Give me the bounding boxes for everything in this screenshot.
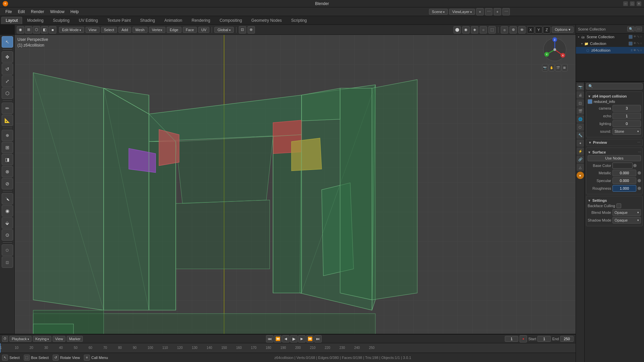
properties-search[interactable]: 🔍 [586, 83, 643, 89]
menu-render[interactable]: Render [28, 9, 47, 15]
add-layer-btn[interactable]: + [494, 8, 501, 15]
grid-view-btn[interactable]: ⊞ [562, 64, 568, 71]
menu-file[interactable]: File [3, 9, 14, 15]
viewport-shading-overlay[interactable]: ○ [480, 26, 487, 34]
overlay-btn[interactable]: ⌾ [501, 26, 508, 34]
hide-icon[interactable]: ○ [640, 35, 642, 39]
tool-rip[interactable]: ◫ [2, 256, 13, 268]
tool-knife[interactable]: 🔪 [2, 193, 13, 204]
axis-y-btn[interactable]: Y [535, 26, 542, 34]
add-menu[interactable]: Add [118, 27, 131, 33]
mesh-menu[interactable]: Mesh [132, 27, 148, 33]
add-scene-btn[interactable]: + [476, 8, 484, 15]
tool-spin[interactable]: ⬙ [2, 217, 13, 229]
view-menu[interactable]: View [86, 27, 100, 33]
prop-physics-icon[interactable]: ⚡ [577, 147, 584, 155]
lighting-value[interactable]: 0 [612, 120, 641, 127]
edge-menu[interactable]: Edge [167, 27, 181, 33]
reduced-info-checkbox[interactable] [588, 99, 592, 104]
view-menu-tl[interactable]: View [53, 336, 65, 342]
camera-view-btn[interactable]: 📷 [542, 64, 548, 71]
viewport-xray[interactable]: ⬚ [488, 26, 496, 34]
viewport-shading-rendered[interactable]: ◈ [471, 26, 478, 34]
prop-output-icon[interactable]: 🖨 [577, 91, 584, 99]
select-icon-btn[interactable]: ↖ [2, 355, 8, 361]
tab-scripting[interactable]: Scripting [287, 17, 311, 24]
keying-menu[interactable]: Keying [33, 336, 51, 342]
base-color-swatch[interactable] [612, 163, 633, 169]
minimize-btn[interactable]: ─ [623, 1, 628, 6]
tool-rotate[interactable]: ↺ [2, 63, 13, 75]
backface-culling-checkbox[interactable] [616, 203, 621, 208]
tab-sculpting[interactable]: Sculpting [49, 17, 74, 24]
exclude-icon[interactable]: 👁 [633, 35, 636, 39]
tab-rendering[interactable]: Rendering [187, 17, 214, 24]
preview-section-header[interactable]: ▼ Preview ⋯ [586, 139, 642, 146]
hand-view-btn[interactable]: ✋ [549, 64, 555, 71]
prop-particles-icon[interactable]: ✦ [577, 139, 584, 147]
camera-value[interactable]: 3 [612, 105, 641, 112]
viewport-canvas[interactable] [15, 35, 576, 343]
tab-texture-paint[interactable]: Texture Paint [103, 17, 135, 24]
uv-menu[interactable]: UV [198, 27, 209, 33]
tool-inset[interactable]: ⊞ [2, 142, 13, 153]
proportional-edit-btn[interactable]: ⊕ [248, 26, 255, 34]
header-icons-1[interactable]: ⊞ [25, 26, 32, 34]
next-frame-btn[interactable]: ▶ [298, 335, 306, 343]
outliner-scene-collection[interactable]: ▾ 🗂 Scene Collection 👁 ⤡ ○ [576, 34, 644, 40]
editor-type-btn[interactable]: ◉ [17, 26, 24, 34]
specular-dot[interactable] [638, 179, 641, 182]
call-menu-icon[interactable]: ≡ [84, 355, 90, 361]
outliner-collection[interactable]: ▾ 📁 Collection 👁 ⤡ ○ [576, 40, 644, 47]
prop-render-icon[interactable]: 📷 [577, 83, 584, 90]
menu-help[interactable]: Help [68, 9, 82, 15]
tool-shear[interactable]: ⬠ [2, 244, 13, 256]
next-keyframe-btn[interactable]: ⏩ [306, 335, 314, 343]
object-hide[interactable]: ○ [640, 49, 642, 52]
outliner-z64collision[interactable]: ⬡ z64collision ⧖ 👁 ⤡ ○ [576, 47, 644, 54]
playback-menu[interactable]: Playback [9, 336, 32, 342]
tab-modeling[interactable]: Modeling [23, 17, 48, 24]
render-layer-selector[interactable]: ViewLayer [449, 9, 475, 15]
snap-btn[interactable]: ⊡ [239, 26, 246, 34]
settings-section-header[interactable]: ▼ Settings [588, 197, 641, 203]
surface-section-header[interactable]: ▼ Surface ⋯ [588, 149, 641, 155]
menu-edit[interactable]: Edit [15, 9, 28, 15]
rotate-view-indicator[interactable]: ↺ Rotate View [53, 355, 80, 361]
close-btn[interactable]: ✕ [637, 1, 641, 6]
box-select-indicator[interactable]: ⬚ Box Select [24, 355, 49, 361]
axis-z-btn[interactable]: Z [543, 26, 550, 34]
viewport-shading-material[interactable]: ◉ [462, 26, 470, 34]
base-color-field[interactable] [612, 163, 641, 169]
tool-annotate[interactable]: ✏ [2, 103, 13, 114]
axis-x-btn[interactable]: X [527, 26, 534, 34]
end-frame-input[interactable]: 250 [560, 336, 574, 342]
render-engine-selector[interactable]: Scene [429, 9, 448, 15]
tab-compositing[interactable]: Compositing [215, 17, 247, 24]
render-view-btn[interactable]: 🎬 [555, 64, 561, 71]
menu-window[interactable]: Window [47, 9, 67, 15]
prop-modifier-icon[interactable]: 🔧 [577, 131, 584, 139]
prop-scene-icon[interactable]: 🎬 [577, 107, 584, 115]
prop-object-icon[interactable]: ⬡ [577, 123, 584, 131]
rotate-view-icon[interactable]: ↺ [53, 355, 59, 361]
orientation-selector[interactable]: Global [214, 27, 233, 33]
play-btn[interactable]: ▶ [290, 335, 298, 343]
specular-value[interactable]: 0.000 [612, 177, 636, 184]
header-icons-3[interactable]: ◧ [41, 26, 48, 34]
tool-measure[interactable]: 📐 [2, 115, 13, 126]
box-select-icon[interactable]: ⬚ [24, 355, 30, 361]
maximize-btn[interactable]: □ [630, 1, 635, 6]
select-tool-indicator[interactable]: ↖ Select [2, 355, 20, 361]
options-btn[interactable]: Options ▾ [552, 26, 574, 33]
navigation-gizmo[interactable]: Z X Y 📷 ✋ 🎬 ⊞ [542, 37, 568, 62]
prop-material-icon[interactable]: ● [577, 172, 584, 179]
tab-shading[interactable]: Shading [136, 17, 159, 24]
collection-hide[interactable]: ○ [640, 42, 642, 46]
viewport-shading-solid[interactable]: ⬤ [453, 26, 461, 34]
object-eye[interactable]: 👁 [633, 49, 636, 52]
metallic-dot[interactable] [638, 171, 641, 175]
tool-poly-build[interactable]: ◉ [2, 205, 13, 217]
reduced-info-field[interactable]: reduced_info [588, 99, 641, 104]
object-select-icon[interactable]: ⤡ [637, 49, 640, 52]
